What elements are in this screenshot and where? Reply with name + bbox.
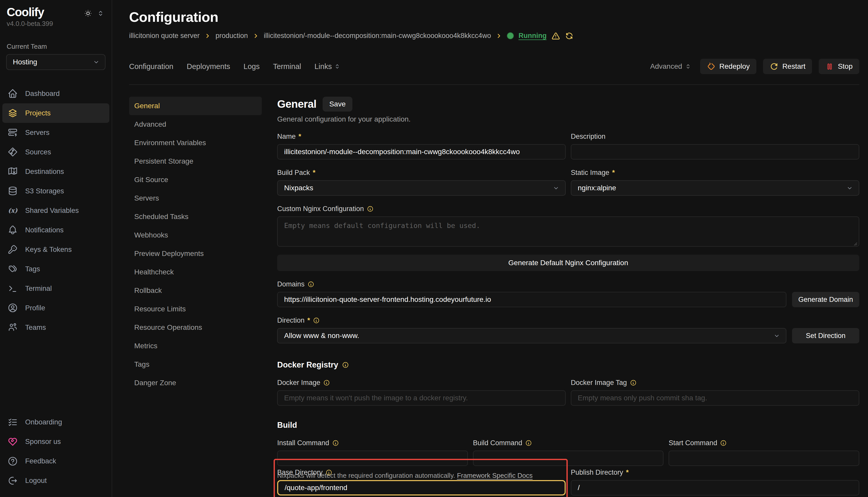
subnav-rollback[interactable]: Rollback <box>129 281 262 300</box>
tab-configuration[interactable]: Configuration <box>129 62 174 71</box>
info-icon[interactable] <box>323 379 330 386</box>
subnav-tags[interactable]: Tags <box>129 355 262 374</box>
subnav-danger-zone[interactable]: Danger Zone <box>129 374 262 392</box>
sidebar-nav: Dashboard Projects Servers Sources Desti… <box>0 84 112 337</box>
tab-links[interactable]: Links <box>314 62 341 71</box>
info-icon[interactable] <box>525 440 532 446</box>
page-title: Configuration <box>129 9 859 25</box>
install-command-label: Install Command <box>277 439 468 447</box>
subnav-advanced[interactable]: Advanced <box>129 115 262 133</box>
info-icon[interactable] <box>313 317 320 324</box>
breadcrumb-environment[interactable]: production <box>216 32 248 40</box>
key-icon <box>8 244 18 255</box>
sidebar-item-shared-variables[interactable]: (x) Shared Variables <box>2 201 109 220</box>
info-icon[interactable] <box>307 281 314 288</box>
sidebar-item-feedback[interactable]: Feedback <box>2 451 109 471</box>
theme-sun-icon[interactable] <box>83 9 93 18</box>
main-content: Configuration illicitonion quote server … <box>113 0 868 497</box>
sidebar-item-logout[interactable]: Logout <box>2 471 109 490</box>
redeploy-icon <box>707 62 716 71</box>
install-command-input[interactable] <box>277 451 468 466</box>
tab-logs[interactable]: Logs <box>244 62 260 71</box>
subnav-resource-limits[interactable]: Resource Limits <box>129 300 262 318</box>
home-icon <box>8 88 18 99</box>
docker-image-input[interactable] <box>277 390 566 406</box>
team-select[interactable]: Hosting <box>6 54 106 70</box>
info-icon[interactable] <box>332 440 339 446</box>
sidebar-item-servers[interactable]: Servers <box>2 123 109 142</box>
subnav-environment-variables[interactable]: Environment Variables <box>129 133 262 152</box>
name-input[interactable] <box>277 144 566 159</box>
info-icon[interactable] <box>720 440 727 446</box>
build-command-input[interactable] <box>473 451 664 466</box>
sidebar-item-label: Notifications <box>25 226 64 234</box>
breadcrumb-application[interactable]: illicitestonion/-module--decomposition:m… <box>264 32 491 40</box>
domains-input[interactable] <box>277 292 786 307</box>
sidebar-item-teams[interactable]: Teams <box>2 318 109 337</box>
breadcrumb-project[interactable]: illicitonion quote server <box>129 32 200 40</box>
info-icon[interactable] <box>367 205 374 212</box>
subnav-persistent-storage[interactable]: Persistent Storage <box>129 152 262 171</box>
subnav-webhooks[interactable]: Webhooks <box>129 226 262 244</box>
subnav-metrics[interactable]: Metrics <box>129 337 262 355</box>
custom-nginx-textarea[interactable] <box>277 216 859 247</box>
stop-button[interactable]: Stop <box>819 59 859 74</box>
theme-selector-icon[interactable] <box>97 10 105 17</box>
info-icon[interactable] <box>326 469 332 476</box>
refresh-icon[interactable] <box>565 31 574 40</box>
subnav-git-source[interactable]: Git Source <box>129 171 262 189</box>
subnav-resource-operations[interactable]: Resource Operations <box>129 318 262 337</box>
sidebar-item-sources[interactable]: Sources <box>2 142 109 162</box>
sidebar-item-terminal[interactable]: Terminal <box>2 279 109 298</box>
sidebar-item-dashboard[interactable]: Dashboard <box>2 84 109 103</box>
restart-icon <box>770 62 779 71</box>
set-direction-button[interactable]: Set Direction <box>792 328 859 343</box>
description-label: Description <box>571 132 859 141</box>
redeploy-button[interactable]: Redeploy <box>700 59 756 74</box>
user-circle-icon <box>8 303 18 313</box>
static-image-select[interactable]: nginx:alpine <box>571 180 859 196</box>
chevron-down-icon <box>553 185 560 191</box>
description-input[interactable] <box>571 144 859 159</box>
sidebar-item-tags[interactable]: Tags <box>2 259 109 279</box>
section-subtitle: General configuration for your applicati… <box>277 115 859 123</box>
sidebar-item-keys-tokens[interactable]: Keys & Tokens <box>2 240 109 259</box>
build-pack-select[interactable]: Nixpacks <box>277 180 566 196</box>
publish-directory-input[interactable] <box>571 480 859 495</box>
docker-image-tag-input[interactable] <box>571 390 859 406</box>
info-icon[interactable] <box>342 361 349 369</box>
sidebar-item-s3-storages[interactable]: S3 Storages <box>2 181 109 201</box>
advanced-toggle[interactable]: Advanced <box>650 62 691 71</box>
sidebar-item-profile[interactable]: Profile <box>2 298 109 318</box>
warning-triangle-icon[interactable] <box>551 31 560 40</box>
generate-nginx-button[interactable]: Generate Default Nginx Configuration <box>277 255 859 271</box>
direction-select[interactable]: Allow www & non-www. <box>277 328 786 343</box>
svg-text:(x): (x) <box>8 207 18 214</box>
tags-icon <box>8 264 18 274</box>
sidebar-item-destinations[interactable]: Destinations <box>2 162 109 181</box>
subnav-general[interactable]: General <box>129 97 262 115</box>
tab-terminal[interactable]: Terminal <box>273 62 301 71</box>
save-button[interactable]: Save <box>322 97 353 112</box>
subnav-servers[interactable]: Servers <box>129 189 262 208</box>
users-icon <box>8 322 18 332</box>
subnav-scheduled-tasks[interactable]: Scheduled Tasks <box>129 208 262 226</box>
sidebar-item-onboarding[interactable]: Onboarding <box>2 412 109 432</box>
base-directory-input[interactable] <box>277 480 566 495</box>
tab-deployments[interactable]: Deployments <box>187 62 230 71</box>
sidebar-item-label: Sources <box>25 148 51 156</box>
chevron-down-icon <box>93 58 100 66</box>
textarea-resize-handle[interactable] <box>854 242 857 246</box>
subnav-preview-deployments[interactable]: Preview Deployments <box>129 244 262 263</box>
start-command-input[interactable] <box>669 451 859 466</box>
restart-button[interactable]: Restart <box>763 59 812 74</box>
info-icon[interactable] <box>630 379 637 386</box>
sidebar-item-projects[interactable]: Projects <box>2 103 109 123</box>
map-x-icon <box>8 166 18 177</box>
status-running-link[interactable]: Running <box>519 32 547 40</box>
sidebar-item-notifications[interactable]: Notifications <box>2 220 109 240</box>
sidebar-item-sponsor-us[interactable]: Sponsor us <box>2 432 109 451</box>
generate-domain-button[interactable]: Generate Domain <box>792 292 859 307</box>
subnav-healthcheck[interactable]: Healthcheck <box>129 263 262 281</box>
publish-directory-label: Publish Directory* <box>571 468 859 477</box>
